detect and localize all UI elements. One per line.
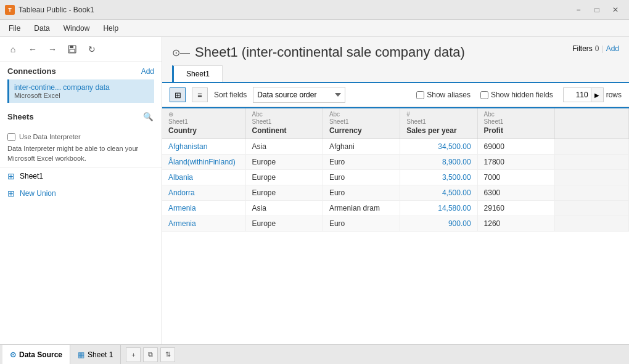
minimize-button[interactable]: −	[570, 1, 587, 18]
new-union-item[interactable]: ⊞ New Union	[0, 185, 162, 202]
title-bar: T Tableau Public - Book1 − □ ✕	[0, 0, 629, 20]
grid-toolbar: ⊞ ≡ Sort fields Data source order Alphab…	[162, 82, 629, 107]
sheet-header: ⊙— Sheet1 (inter-continental sale compan…	[162, 37, 629, 60]
show-aliases-label[interactable]: Show aliases	[416, 91, 471, 99]
maximize-button[interactable]: □	[588, 1, 606, 18]
cell-country: Afghanistan	[162, 139, 245, 155]
interpreter-row: Use Data Interpreter	[7, 132, 154, 142]
cell-continent: Europe	[245, 185, 323, 201]
forward-button[interactable]: →	[44, 41, 60, 57]
data-source-tab[interactable]: ⊙ Data Source	[2, 345, 70, 364]
save-button[interactable]	[64, 41, 80, 57]
title-bar-left: T Tableau Public - Book1	[5, 5, 94, 15]
interpreter-checkbox[interactable]	[7, 133, 15, 141]
table-row: Armenia Europe Euro 900.00 1260	[162, 216, 629, 232]
cell-scroll-spacer	[555, 185, 629, 201]
col-sales: # Sheet1 Sales per year	[400, 108, 477, 139]
sort-sheets-button[interactable]: ⇅	[160, 347, 175, 362]
menu-data[interactable]: Data	[28, 22, 56, 35]
window-controls: − □ ✕	[570, 1, 624, 18]
bottom-actions: + ⧉ ⇅	[121, 347, 180, 362]
col-continent: Abc Sheet1 Continent	[245, 108, 323, 139]
cell-continent: Europe	[245, 155, 323, 170]
cell-country: Andorra	[162, 185, 245, 201]
cell-currency: Euro	[323, 170, 400, 185]
cell-currency: Euro	[323, 155, 400, 170]
cell-sales: 3,500.00	[400, 170, 477, 185]
cell-country: Åland(withinFinland)	[162, 155, 245, 170]
show-hidden-checkbox[interactable]	[480, 91, 488, 99]
rows-arrow-button[interactable]: ▶	[591, 87, 604, 102]
menu-window[interactable]: Window	[57, 22, 96, 35]
cell-currency: Euro	[323, 216, 400, 232]
rows-input[interactable]	[563, 87, 591, 102]
sheets-header: Sheets 🔍	[7, 110, 154, 123]
sheets-section: Sheets 🔍	[0, 105, 162, 129]
connection-item[interactable]: inter-contine... company data Microsoft …	[7, 79, 154, 103]
connection-name: inter-contine... company data	[14, 83, 149, 92]
cell-scroll-spacer	[555, 139, 629, 155]
add-sheet-button[interactable]: +	[126, 347, 141, 362]
cell-sales: 34,500.00	[400, 139, 477, 155]
filters-separator: |	[602, 44, 604, 53]
cell-currency: Euro	[323, 185, 400, 201]
sort-fields-label: Sort fields	[214, 91, 247, 99]
aliases-row: Show aliases Show hidden fields ▶ rows	[416, 87, 622, 102]
main-layout: ⌂ ← → ↻ Connections Add inter-contine...…	[0, 37, 629, 344]
sort-select[interactable]: Data source order Alphabetical	[253, 87, 345, 103]
connections-title: Connections	[7, 67, 56, 76]
duplicate-sheet-button[interactable]: ⧉	[143, 347, 158, 362]
sheet-title-row: ⊙— Sheet1 (inter-continental sale compan…	[172, 44, 550, 60]
rows-control: ▶ rows	[563, 87, 622, 102]
cell-profit: 1260	[477, 216, 554, 232]
col-profit: Abc Sheet1 Profit	[477, 108, 554, 139]
cell-scroll-spacer	[555, 216, 629, 232]
data-source-tab-label: Data Source	[19, 350, 62, 359]
filters-row: Filters 0 | Add	[557, 44, 619, 53]
grid-view-button[interactable]: ⊞	[170, 87, 186, 102]
app-title: Tableau Public - Book1	[18, 6, 94, 14]
sheet1-bottom-tab[interactable]: ▦ Sheet 1	[70, 345, 121, 364]
svg-rect-1	[70, 46, 73, 48]
home-button[interactable]: ⌂	[5, 41, 21, 57]
close-button[interactable]: ✕	[607, 1, 624, 18]
cell-profit: 29160	[477, 201, 554, 216]
cell-profit: 69000	[477, 139, 554, 155]
bottom-bar: ⊙ Data Source ▦ Sheet 1 + ⧉ ⇅	[0, 344, 629, 364]
cell-continent: Europe	[245, 170, 323, 185]
table-row: Armenia Asia Armenian dram 14,580.00 291…	[162, 201, 629, 216]
menu-help[interactable]: Help	[97, 22, 125, 35]
col-country: ⊕ Sheet1 Country	[162, 108, 245, 139]
show-hidden-label[interactable]: Show hidden fields	[480, 91, 553, 99]
interpreter-label[interactable]: Use Data Interpreter	[19, 132, 81, 142]
show-aliases-text: Show aliases	[427, 91, 471, 99]
content-area: ⊙— Sheet1 (inter-continental sale compan…	[162, 37, 629, 344]
search-sheets-button[interactable]: 🔍	[142, 110, 154, 123]
cell-country: Armenia	[162, 216, 245, 232]
table-row: Albania Europe Euro 3,500.00 7000	[162, 170, 629, 185]
col-currency: Abc Sheet1 Currency	[323, 108, 400, 139]
connections-header: Connections Add	[7, 67, 154, 76]
app-icon: T	[5, 5, 15, 15]
filters-add-link[interactable]: Add	[606, 44, 619, 53]
svg-rect-2	[70, 49, 75, 52]
cell-continent: Europe	[245, 216, 323, 232]
list-view-button[interactable]: ≡	[192, 87, 208, 102]
cell-scroll-spacer	[555, 170, 629, 185]
sheet1-bottom-label: Sheet 1	[88, 350, 113, 359]
cell-sales: 900.00	[400, 216, 477, 232]
filters-panel: Filters 0 | Add	[557, 44, 619, 53]
refresh-button[interactable]: ↻	[84, 41, 100, 57]
sidebar-toolbar: ⌂ ← → ↻	[0, 37, 162, 62]
scroll-spacer	[555, 108, 629, 139]
country-type-icon: ⊕	[168, 111, 173, 118]
cell-country: Armenia	[162, 201, 245, 216]
back-button[interactable]: ←	[25, 41, 41, 57]
cell-continent: Asia	[245, 139, 323, 155]
cell-scroll-spacer	[555, 201, 629, 216]
add-connection-link[interactable]: Add	[141, 67, 154, 76]
menu-file[interactable]: File	[2, 22, 27, 35]
sheet1-tab[interactable]: Sheet1	[172, 65, 223, 82]
sheet1-item[interactable]: ⊞ Sheet1	[0, 168, 162, 185]
show-aliases-checkbox[interactable]	[416, 91, 424, 99]
